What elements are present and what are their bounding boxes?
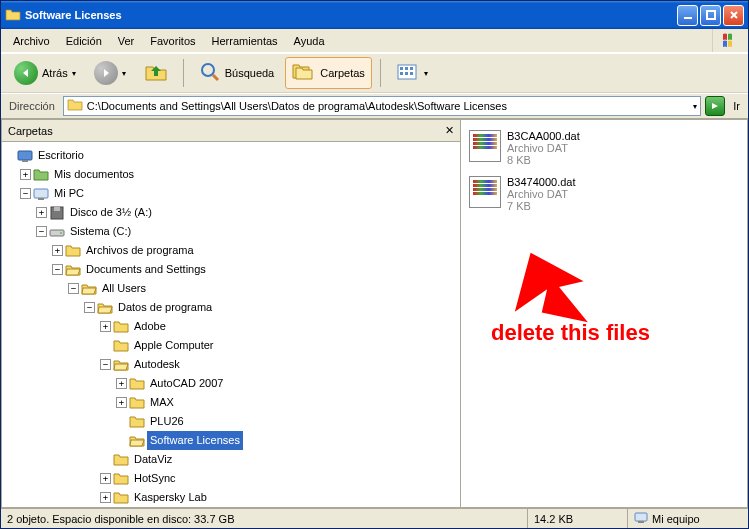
- folders-button[interactable]: Carpetas: [285, 57, 372, 89]
- file-name: B3CAA000.dat: [507, 130, 580, 142]
- tree-apple[interactable]: Apple Computer: [131, 336, 217, 355]
- chevron-down-icon: ▾: [122, 69, 126, 78]
- svg-rect-7: [410, 67, 413, 70]
- tree-mydocs[interactable]: Mis documentos: [51, 165, 137, 184]
- back-label: Atrás: [42, 67, 68, 79]
- expand-toggle[interactable]: −: [52, 264, 63, 275]
- menu-edicion[interactable]: Edición: [58, 33, 110, 49]
- folder-tree[interactable]: Escritorio +Mis documentos −Mi PC +Disco…: [2, 142, 460, 507]
- svg-rect-9: [405, 72, 408, 75]
- floppy-icon: [49, 205, 65, 221]
- svg-rect-5: [400, 67, 403, 70]
- tree-max[interactable]: MAX: [147, 393, 177, 412]
- expand-toggle[interactable]: +: [100, 321, 111, 332]
- expand-toggle[interactable]: +: [100, 492, 111, 503]
- addressbar: Dirección ▾ Ir: [1, 93, 748, 119]
- search-label: Búsqueda: [225, 67, 275, 79]
- tree-docsettings[interactable]: Documents and Settings: [83, 260, 209, 279]
- tree-floppy[interactable]: Disco de 3½ (A:): [67, 203, 155, 222]
- expand-toggle[interactable]: +: [20, 169, 31, 180]
- folder-icon: [113, 471, 129, 487]
- svg-rect-14: [38, 198, 44, 200]
- tree-mypc[interactable]: Mi PC: [51, 184, 87, 203]
- menu-herramientas[interactable]: Herramientas: [204, 33, 286, 49]
- menu-archivo[interactable]: Archivo: [5, 33, 58, 49]
- back-arrow-icon: [14, 61, 38, 85]
- tree-archprog[interactable]: Archivos de programa: [83, 241, 197, 260]
- up-button[interactable]: [137, 57, 175, 89]
- menubar: Archivo Edición Ver Favoritos Herramient…: [1, 29, 748, 53]
- tree-kaspersky[interactable]: Kaspersky Lab: [131, 488, 210, 507]
- tree-header: Carpetas: [8, 125, 53, 137]
- tree-autocad[interactable]: AutoCAD 2007: [147, 374, 226, 393]
- file-item[interactable]: B3CAA000.dat Archivo DAT 8 KB: [465, 128, 743, 168]
- file-item[interactable]: B3474000.dat Archivo DAT 7 KB: [465, 174, 743, 214]
- search-button[interactable]: Búsqueda: [192, 57, 282, 89]
- annotation-arrow-icon: [501, 250, 591, 340]
- tree-adobe[interactable]: Adobe: [131, 317, 169, 336]
- address-input[interactable]: [87, 100, 689, 112]
- folders-icon: [292, 62, 316, 84]
- chevron-down-icon: ▾: [72, 69, 76, 78]
- tree-sysc[interactable]: Sistema (C:): [67, 222, 134, 241]
- titlebar[interactable]: Software Licenses: [1, 1, 748, 29]
- file-name: B3474000.dat: [507, 176, 576, 188]
- expand-toggle[interactable]: +: [116, 397, 127, 408]
- tree-desktop[interactable]: Escritorio: [35, 146, 87, 165]
- views-icon: [396, 62, 420, 84]
- folder-open-icon: [113, 357, 129, 373]
- forward-button[interactable]: ▾: [87, 57, 133, 89]
- computer-icon: [634, 511, 648, 527]
- maximize-button[interactable]: [700, 5, 721, 26]
- folder-icon: [67, 97, 83, 115]
- tree-autodesk[interactable]: Autodesk: [131, 355, 183, 374]
- expand-toggle[interactable]: −: [20, 188, 31, 199]
- close-panel-icon[interactable]: ✕: [445, 124, 454, 137]
- status-location: Mi equipo: [652, 513, 700, 525]
- tree-hotsync[interactable]: HotSync: [131, 469, 179, 488]
- folder-icon: [65, 243, 81, 259]
- go-label: Ir: [729, 100, 744, 112]
- expand-toggle[interactable]: −: [68, 283, 79, 294]
- toolbar: Atrás ▾ ▾ Búsqueda Carpetas: [1, 53, 748, 93]
- menu-favoritos[interactable]: Favoritos: [142, 33, 203, 49]
- close-button[interactable]: [723, 5, 744, 26]
- dat-file-icon: [469, 130, 501, 162]
- folder-icon: [129, 376, 145, 392]
- tree-datosprog[interactable]: Datos de programa: [115, 298, 215, 317]
- svg-rect-6: [405, 67, 408, 70]
- views-button[interactable]: ▾: [389, 57, 435, 89]
- folder-tree-panel: Carpetas ✕ Escritorio +Mis documentos −M…: [1, 119, 461, 508]
- file-type: Archivo DAT: [507, 142, 580, 154]
- expand-toggle[interactable]: −: [100, 359, 111, 370]
- folder-icon: [113, 319, 129, 335]
- menu-ayuda[interactable]: Ayuda: [286, 33, 333, 49]
- expand-toggle[interactable]: +: [36, 207, 47, 218]
- expand-toggle[interactable]: −: [84, 302, 95, 313]
- go-button[interactable]: [705, 96, 725, 116]
- expand-toggle[interactable]: +: [116, 378, 127, 389]
- svg-point-2: [202, 64, 214, 76]
- folder-open-icon: [97, 300, 113, 316]
- svg-marker-19: [501, 250, 591, 340]
- file-list-panel[interactable]: B3CAA000.dat Archivo DAT 8 KB B3474000.d…: [461, 119, 748, 508]
- expand-toggle[interactable]: +: [52, 245, 63, 256]
- separator: [380, 59, 381, 87]
- chevron-down-icon[interactable]: ▾: [693, 102, 697, 111]
- menu-ver[interactable]: Ver: [110, 33, 143, 49]
- folder-open-icon: [129, 433, 145, 449]
- tree-allusers[interactable]: All Users: [99, 279, 149, 298]
- tree-dataviz[interactable]: DataViz: [131, 450, 175, 469]
- tree-swlicenses[interactable]: Software Licenses: [147, 431, 243, 450]
- window-title: Software Licenses: [25, 9, 677, 21]
- address-field[interactable]: ▾: [63, 96, 701, 116]
- svg-rect-20: [635, 513, 647, 521]
- separator: [183, 59, 184, 87]
- tree-plu26[interactable]: PLU26: [147, 412, 187, 431]
- back-button[interactable]: Atrás ▾: [7, 57, 83, 89]
- expand-toggle[interactable]: −: [36, 226, 47, 237]
- computer-icon: [33, 186, 49, 202]
- minimize-button[interactable]: [677, 5, 698, 26]
- expand-toggle[interactable]: +: [100, 473, 111, 484]
- svg-rect-13: [34, 189, 48, 198]
